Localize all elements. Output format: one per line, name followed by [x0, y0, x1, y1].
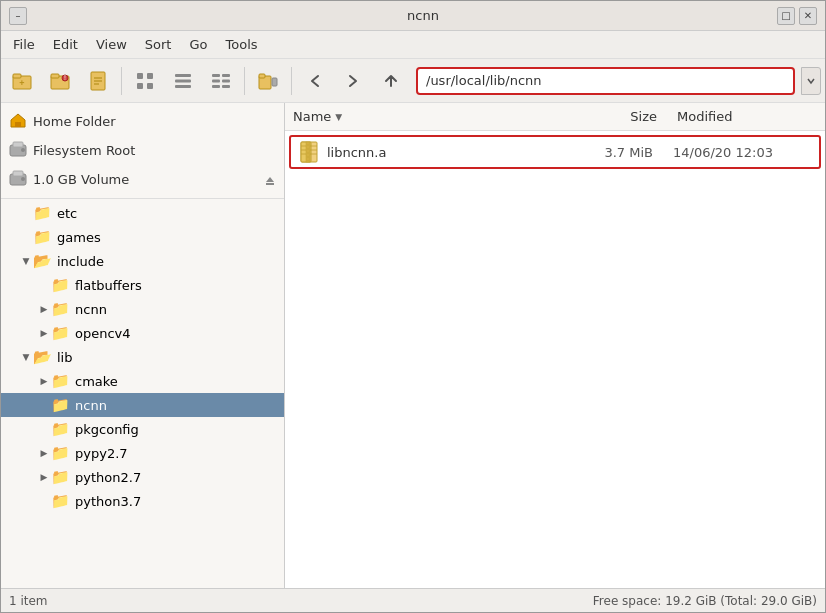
tree-item-pkgconfig[interactable]: 📁 pkgconfig: [1, 417, 284, 441]
tree-label: python3.7: [75, 494, 141, 509]
tree-item-flatbuffers[interactable]: 📁 flatbuffers: [1, 273, 284, 297]
expand-arrow-icon[interactable]: ▶: [37, 470, 51, 484]
tree-item-ncnn-selected[interactable]: 📁 ncnn: [1, 393, 284, 417]
tree-item-opencv4[interactable]: ▶ 📁 opencv4: [1, 321, 284, 345]
svg-rect-11: [137, 73, 143, 79]
tree-item-lib[interactable]: ▼ 📂 lib: [1, 345, 284, 369]
tree-label: python2.7: [75, 470, 141, 485]
tree-label: pypy2.7: [75, 446, 128, 461]
tree-label: etc: [57, 206, 77, 221]
tree-label: lib: [57, 350, 72, 365]
sort-arrow-icon: ▼: [335, 112, 342, 122]
tree-item-pypy27[interactable]: ▶ 📁 pypy2.7: [1, 441, 284, 465]
address-dropdown-button[interactable]: [801, 67, 821, 95]
up-button[interactable]: [374, 64, 408, 98]
tree-item-python37[interactable]: 📁 python3.7: [1, 489, 284, 513]
expand-arrow-icon[interactable]: ▶: [37, 326, 51, 340]
home-folder-label: Home Folder: [33, 114, 116, 129]
expand-arrow-icon[interactable]: ▶: [37, 446, 51, 460]
expand-arrow-icon[interactable]: ▶: [37, 374, 51, 388]
svg-point-30: [21, 148, 25, 152]
menu-go[interactable]: Go: [181, 33, 215, 56]
svg-rect-32: [13, 171, 23, 176]
tree-item-games[interactable]: 📁 games: [1, 225, 284, 249]
volume-label: 1.0 GB Volume: [33, 172, 129, 187]
file-list-header: Name ▼ Size Modified: [285, 103, 825, 131]
bookmarks-button[interactable]: [81, 64, 115, 98]
tree-item-include[interactable]: ▼ 📂 include: [1, 249, 284, 273]
window-title: ncnn: [69, 8, 777, 23]
sidebar-item-home[interactable]: Home Folder: [1, 107, 284, 136]
tree-label: flatbuffers: [75, 278, 142, 293]
volume-icon: [9, 169, 27, 190]
sidebar-locations: Home Folder Filesystem Root: [1, 103, 284, 199]
menu-file[interactable]: File: [5, 33, 43, 56]
folder-icon: 📁: [51, 492, 70, 510]
tree-label: include: [57, 254, 104, 269]
compact-view-button[interactable]: [204, 64, 238, 98]
filesystem-icon: [9, 140, 27, 161]
file-name: libncnn.a: [327, 145, 593, 160]
folder-icon: 📁: [51, 420, 70, 438]
main-content: Home Folder Filesystem Root: [1, 103, 825, 588]
address-bar-text[interactable]: /usr/local/lib/ncnn: [426, 73, 785, 88]
back-button[interactable]: [298, 64, 332, 98]
folder-icon: 📁: [51, 444, 70, 462]
svg-rect-4: [51, 74, 59, 78]
file-icon-wrap: [297, 140, 321, 164]
folder-icon: 📂: [33, 348, 52, 366]
title-bar: – ncnn □ ✕: [1, 1, 825, 31]
file-row[interactable]: libncnn.a 3.7 MiB 14/06/20 12:03: [289, 135, 821, 169]
column-size-label: Size: [630, 109, 657, 124]
forward-button[interactable]: [336, 64, 370, 98]
folder-icon: 📁: [33, 228, 52, 246]
svg-text:+: +: [19, 78, 24, 88]
sidebar-item-volume[interactable]: 1.0 GB Volume: [1, 165, 284, 194]
menu-view[interactable]: View: [88, 33, 135, 56]
svg-rect-25: [259, 74, 265, 78]
new-folder-button[interactable]: +: [5, 64, 39, 98]
menu-edit[interactable]: Edit: [45, 33, 86, 56]
tree-item-python27[interactable]: ▶ 📁 python2.7: [1, 465, 284, 489]
svg-rect-20: [212, 85, 220, 88]
file-list-content[interactable]: libncnn.a 3.7 MiB 14/06/20 12:03: [285, 131, 825, 588]
svg-rect-14: [147, 83, 153, 89]
places-button[interactable]: [251, 64, 285, 98]
collapse-arrow-icon[interactable]: ▼: [19, 254, 33, 268]
folder-icon: 📁: [51, 276, 70, 294]
folder-icon: 📂: [33, 252, 52, 270]
menu-sort[interactable]: Sort: [137, 33, 180, 56]
folder-icon: 📁: [51, 324, 70, 342]
home-icon: [9, 111, 27, 132]
tree-label: cmake: [75, 374, 118, 389]
tree-item-include-ncnn[interactable]: ▶ 📁 ncnn: [1, 297, 284, 321]
tree-item-cmake[interactable]: ▶ 📁 cmake: [1, 369, 284, 393]
svg-rect-15: [175, 74, 191, 77]
expand-arrow-icon[interactable]: ▶: [37, 302, 51, 316]
collapse-arrow-icon[interactable]: ▼: [19, 350, 33, 364]
menu-tools[interactable]: Tools: [218, 33, 266, 56]
svg-text:!: !: [64, 74, 66, 81]
menu-bar: File Edit View Sort Go Tools: [1, 31, 825, 59]
minimize-button[interactable]: –: [9, 7, 27, 25]
column-size-header[interactable]: Size: [597, 109, 677, 124]
toolbar-sep-2: [244, 67, 245, 95]
column-modified-header[interactable]: Modified: [677, 109, 817, 124]
file-manager-window: – ncnn □ ✕ File Edit View Sort Go Tools …: [0, 0, 826, 613]
home-button[interactable]: !: [43, 64, 77, 98]
icon-view-button[interactable]: [128, 64, 162, 98]
svg-rect-17: [175, 85, 191, 88]
sidebar-tree[interactable]: 📁 etc 📁 games ▼ 📂 include: [1, 199, 284, 588]
tree-item-etc[interactable]: 📁 etc: [1, 201, 284, 225]
tree-label: ncnn: [75, 398, 107, 413]
sidebar-item-filesystem[interactable]: Filesystem Root: [1, 136, 284, 165]
toolbar: + !: [1, 59, 825, 103]
svg-rect-34: [266, 183, 274, 185]
maximize-button[interactable]: □: [777, 7, 795, 25]
svg-rect-13: [137, 83, 143, 89]
item-count: 1 item: [9, 594, 48, 608]
close-button[interactable]: ✕: [799, 7, 817, 25]
list-view-button[interactable]: [166, 64, 200, 98]
file-list-area: Name ▼ Size Modified: [285, 103, 825, 588]
column-name-header[interactable]: Name ▼: [293, 109, 597, 124]
